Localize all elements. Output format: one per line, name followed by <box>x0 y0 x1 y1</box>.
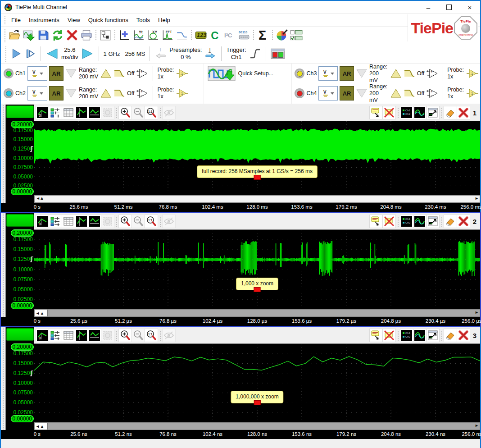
probe-gain-button[interactable]: -1 <box>466 88 479 98</box>
start-button[interactable] <box>10 48 22 59</box>
menu-view[interactable]: View <box>64 15 84 25</box>
add-comment-button[interactable] <box>369 106 383 119</box>
zoom-one-to-one-button[interactable]: 1:1 <box>145 329 158 342</box>
autoranging-button[interactable]: AR <box>340 66 354 81</box>
bandwidth-filter-button[interactable] <box>404 69 415 78</box>
axis-zero-button[interactable]: 0 <box>36 106 49 119</box>
bandwidth-filter-button[interactable] <box>113 88 125 98</box>
presamples-decrease-button[interactable]: T <box>154 47 167 60</box>
probe-gain-button[interactable]: -1 <box>176 69 189 78</box>
close-button[interactable]: × <box>459 1 480 14</box>
plot-scrollbar[interactable]: ◄▲► <box>34 309 480 317</box>
plot-area[interactable]: 1,000,000 x zoom <box>34 343 480 422</box>
open-button[interactable] <box>7 28 22 42</box>
eraser-button[interactable] <box>444 329 457 342</box>
toolbar-grip[interactable] <box>4 28 6 42</box>
bandwidth-filter-button[interactable] <box>113 69 125 78</box>
autoscale-horizontal-button[interactable] <box>88 106 101 119</box>
line-graph-button[interactable] <box>175 28 189 42</box>
autoscale-vertical-button[interactable] <box>75 215 88 228</box>
pop-out-button[interactable] <box>426 215 440 228</box>
add-graph-button[interactable] <box>117 28 132 42</box>
sum-button[interactable]: Σ <box>256 28 270 42</box>
range-up-button[interactable] <box>390 88 402 98</box>
plot-scrollbar[interactable]: ◄▲► <box>34 422 480 430</box>
legend-button[interactable]: Ch1Ch2 <box>400 329 413 342</box>
trigger-edge-button[interactable] <box>249 47 261 60</box>
trigger-level-marker[interactable] <box>30 145 34 152</box>
presamples-increase-button[interactable]: T <box>204 47 217 60</box>
input-mode-dropdown[interactable]: V <box>318 66 338 81</box>
source-colors-button[interactable] <box>413 106 427 119</box>
menu-tools[interactable]: Tools <box>132 15 154 25</box>
delete-comments-button[interactable] <box>382 106 396 119</box>
quick-setup-button[interactable]: Quick Setup... <box>204 64 292 83</box>
close-graph-button[interactable] <box>457 329 470 342</box>
delete-button[interactable] <box>65 28 79 42</box>
autoranging-button[interactable]: AR <box>49 86 64 101</box>
eraser-button[interactable] <box>444 106 457 119</box>
save-data-button[interactable] <box>22 28 36 42</box>
scroll-right-icon[interactable]: ► <box>475 423 479 428</box>
differential-button[interactable]: +− <box>426 68 439 79</box>
active-channel-indicator[interactable] <box>6 214 34 227</box>
range-down-button[interactable] <box>65 69 77 78</box>
active-channel-indicator[interactable] <box>6 105 34 118</box>
one-shot-button[interactable] <box>24 48 36 59</box>
differential-button[interactable]: +− <box>136 88 149 99</box>
scrollbar-thumb[interactable]: ◄▲ <box>35 423 48 430</box>
print-button[interactable] <box>79 28 94 42</box>
range-down-button[interactable] <box>356 69 368 78</box>
delete-comments-button[interactable] <box>382 215 396 228</box>
table-button[interactable] <box>62 215 75 228</box>
plot-area[interactable]: 1,000 x zoom <box>34 229 480 309</box>
zoom-one-to-one-button[interactable]: 1:1 <box>145 106 158 119</box>
panel-grip[interactable] <box>1 327 5 439</box>
input-mode-dropdown[interactable]: V <box>27 86 47 101</box>
menu-instruments[interactable]: Instruments <box>25 15 64 25</box>
panel-grip[interactable] <box>1 105 5 212</box>
autoscale-vertical-button[interactable] <box>75 329 88 342</box>
maximize-button[interactable] <box>439 1 459 14</box>
add-comment-button[interactable] <box>369 329 383 342</box>
panel-grip[interactable] <box>1 213 5 326</box>
source-colors-button[interactable] <box>413 215 427 228</box>
probe-gain-button[interactable]: -1 <box>466 69 479 78</box>
refresh-button[interactable] <box>50 28 65 42</box>
scrollbar-thumb[interactable]: ◄▲ <box>35 310 48 316</box>
autoscale-horizontal-button[interactable] <box>88 215 101 228</box>
instrument-toggles-button[interactable] <box>289 28 304 42</box>
range-down-button[interactable] <box>356 88 368 98</box>
timebase-faster-button[interactable] <box>81 47 94 60</box>
autoranging-button[interactable]: AR <box>49 66 64 81</box>
autoscale-vertical-button[interactable] <box>75 106 88 119</box>
comment-tooltip[interactable]: 1,000 x zoom <box>236 278 278 290</box>
comment-tooltip[interactable]: full record: 256 MSamples at 1 GS/s = 25… <box>197 165 318 178</box>
channels-button[interactable] <box>49 215 62 228</box>
plot-scrollbar[interactable]: ◄▲► <box>34 195 480 203</box>
channels-button[interactable] <box>49 106 62 119</box>
timebase-slower-button[interactable] <box>45 47 59 60</box>
panel-layout-button[interactable] <box>98 28 113 42</box>
range-up-button[interactable] <box>390 69 402 78</box>
xy-graph-button[interactable]: XY <box>146 28 160 42</box>
scroll-right-icon[interactable]: ► <box>475 196 479 201</box>
differential-button[interactable]: +− <box>136 68 149 79</box>
zoom-in-button[interactable] <box>118 106 132 119</box>
serial-button[interactable]: 00110 <box>237 28 251 42</box>
axis-zero-button[interactable]: 0 <box>36 329 49 342</box>
trigger-level-marker[interactable] <box>30 370 34 377</box>
input-mode-dropdown[interactable]: V <box>27 66 47 81</box>
active-channel-indicator[interactable] <box>6 328 34 341</box>
bandwidth-filter-button[interactable] <box>404 88 415 98</box>
toolbar-grip[interactable] <box>4 15 6 25</box>
menu-quick-functions[interactable]: Quick functions <box>84 15 132 25</box>
zoom-in-button[interactable] <box>118 329 132 342</box>
meter-button[interactable]: 123 <box>194 28 208 42</box>
pop-out-button[interactable] <box>426 329 440 342</box>
colors-button[interactable] <box>275 28 289 42</box>
probe-gain-button[interactable]: -1 <box>176 88 189 98</box>
close-graph-button[interactable] <box>457 215 470 228</box>
input-mode-dropdown[interactable]: V <box>318 86 338 101</box>
c-meter-button[interactable]: C <box>208 28 222 42</box>
